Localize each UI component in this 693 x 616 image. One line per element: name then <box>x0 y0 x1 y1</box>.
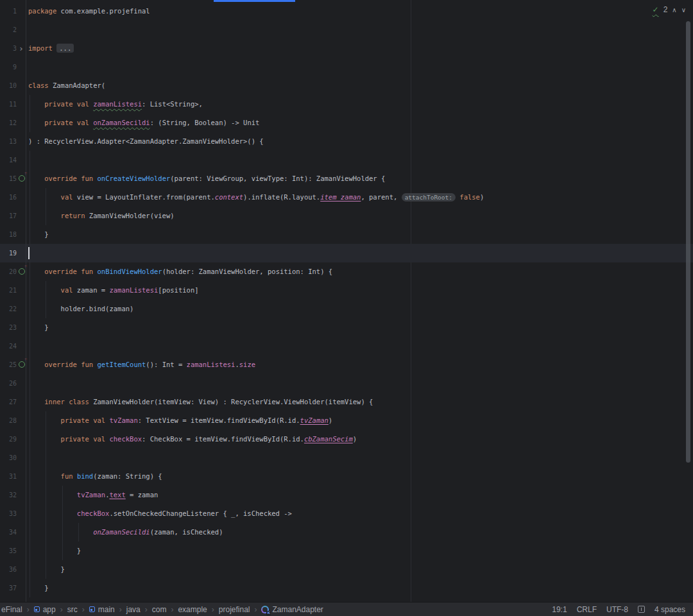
line-number[interactable]: 29 <box>0 430 17 449</box>
code-line[interactable]: 29 private val checkBox: CheckBox = item… <box>0 430 693 449</box>
indent-guide <box>46 449 46 467</box>
code-line[interactable]: 10class ZamanAdapter( <box>0 76 693 95</box>
line-number[interactable]: 12 <box>0 114 17 132</box>
line-number[interactable]: 9 <box>0 58 17 76</box>
code-line[interactable]: 34 onZamanSecildi(zaman, isChecked) <box>0 523 693 542</box>
inspections-widget[interactable]: ✓ 2 ∧ ∨ <box>653 5 686 14</box>
line-number[interactable]: 37 <box>0 579 17 597</box>
line-number[interactable]: 19 <box>0 244 17 262</box>
code-line[interactable]: 9 <box>0 58 693 76</box>
code-line[interactable]: 31 fun bind(zaman: String) { <box>0 467 693 486</box>
breadcrumb-item[interactable]: com <box>152 605 167 614</box>
line-number[interactable]: 11 <box>0 95 17 114</box>
code-line[interactable]: 36 } <box>0 560 693 579</box>
line-number[interactable]: 23 <box>0 318 17 337</box>
code-line[interactable]: 13) : RecyclerView.Adapter<ZamanAdapter.… <box>0 132 693 151</box>
next-issue-button[interactable]: ∨ <box>681 6 686 13</box>
code-token: } <box>28 565 65 573</box>
gutter-border <box>26 0 26 602</box>
code-line[interactable]: 2 <box>0 21 693 39</box>
breadcrumb-item[interactable]: KZamanAdapter <box>261 605 323 614</box>
breadcrumb-item[interactable]: projefinal <box>219 605 250 614</box>
code-line[interactable]: 21 val zaman = zamanListesi[position] <box>0 281 693 300</box>
code-text: } <box>28 542 81 560</box>
code-line[interactable]: 28 private val tvZaman: TextView = itemV… <box>0 411 693 430</box>
line-number[interactable]: 36 <box>0 560 17 579</box>
line-number[interactable]: 21 <box>0 281 17 300</box>
line-separator-indicator[interactable]: CRLF <box>577 605 597 614</box>
line-number[interactable]: 31 <box>0 467 17 486</box>
breadcrumb-item[interactable]: src <box>67 605 78 614</box>
code-line[interactable]: 12 private val onZamanSecildi: (String, … <box>0 114 693 132</box>
breadcrumb-label: com <box>152 605 167 614</box>
breadcrumb-item[interactable]: app <box>34 605 56 614</box>
breadcrumb-item[interactable]: example <box>178 605 207 614</box>
code-line[interactable]: 19 <box>0 244 693 262</box>
code-token: (zaman: String) { <box>93 472 162 480</box>
code-line[interactable]: 32 tvZaman.text = zaman <box>0 486 693 504</box>
breadcrumb-item[interactable]: java <box>126 605 141 614</box>
code-line[interactable]: 26 <box>0 374 693 393</box>
code-line[interactable]: 16 val view = LayoutInflater.from(parent… <box>0 188 693 207</box>
override-method-icon[interactable]: ↑ <box>19 175 25 182</box>
breadcrumb-item[interactable]: eFinal <box>1 605 22 614</box>
breadcrumb-separator-icon: › <box>119 605 122 614</box>
line-number[interactable]: 1 <box>0 2 17 21</box>
code-line[interactable]: 17 return ZamanViewHolder(view) <box>0 207 693 225</box>
code-line[interactable]: 3›import ... <box>0 39 693 58</box>
line-number[interactable]: 10 <box>0 76 17 95</box>
line-number[interactable]: 33 <box>0 504 17 523</box>
scrollbar-thumb[interactable] <box>686 21 690 463</box>
breadcrumb-label: src <box>67 605 78 614</box>
line-number[interactable]: 22 <box>0 300 17 318</box>
code-line[interactable]: 20↑ override fun onBindViewHolder(holder… <box>0 262 693 281</box>
file-encoding-indicator[interactable]: UTF-8 <box>606 605 628 614</box>
line-number[interactable]: 20 <box>0 262 17 281</box>
line-number[interactable]: 34 <box>0 523 17 542</box>
line-number[interactable]: 14 <box>0 151 17 169</box>
code-line[interactable]: 22 holder.bind(zaman) <box>0 300 693 318</box>
line-number[interactable]: 15 <box>0 169 17 188</box>
line-number[interactable]: 26 <box>0 374 17 393</box>
code-line[interactable]: 33 checkBox.setOnCheckedChangeListener {… <box>0 504 693 523</box>
breadcrumb-label: main <box>98 605 115 614</box>
code-line[interactable]: 11 private val zamanListesi: List<String… <box>0 95 693 114</box>
code-line[interactable]: 25↑ override fun getItemCount(): Int = z… <box>0 355 693 374</box>
breadcrumb-item[interactable]: main <box>89 605 115 614</box>
code-line[interactable]: 15↑ override fun onCreateViewHolder(pare… <box>0 169 693 188</box>
file-writable-icon[interactable] <box>638 606 645 613</box>
line-number[interactable]: 30 <box>0 449 17 467</box>
code-line[interactable]: 37 } <box>0 579 693 597</box>
code-line[interactable]: 35 } <box>0 542 693 560</box>
code-line[interactable]: 24 <box>0 337 693 355</box>
line-number[interactable]: 13 <box>0 132 17 151</box>
line-number[interactable]: 28 <box>0 411 17 430</box>
code-line[interactable]: 18 } <box>0 225 693 244</box>
code-line[interactable]: 30 <box>0 449 693 467</box>
override-method-icon[interactable]: ↑ <box>19 361 25 368</box>
line-number[interactable]: 16 <box>0 188 17 207</box>
code-line[interactable]: 14 <box>0 151 693 169</box>
code-line[interactable]: 27 inner class ZamanViewHolder(itemView:… <box>0 393 693 411</box>
line-number[interactable]: 24 <box>0 337 17 355</box>
line-number[interactable]: 27 <box>0 393 17 411</box>
code-token: inner class <box>44 398 89 406</box>
code-line[interactable]: 1package com.example.projefinal <box>0 2 693 21</box>
code-editor[interactable]: 1package com.example.projefinal23›import… <box>0 0 693 602</box>
line-number[interactable]: 3 <box>0 39 17 58</box>
line-number[interactable]: 35 <box>0 542 17 560</box>
inspections-check-icon[interactable]: ✓ <box>653 5 659 14</box>
line-number[interactable]: 18 <box>0 225 17 244</box>
previous-issue-button[interactable]: ∧ <box>672 6 676 13</box>
indent-style-indicator[interactable]: 4 spaces <box>654 605 685 614</box>
line-number[interactable]: 17 <box>0 207 17 225</box>
code-line[interactable]: 23 } <box>0 318 693 337</box>
code-token: view = LayoutInflater.from(parent. <box>73 193 215 201</box>
line-number[interactable]: 2 <box>0 21 17 39</box>
caret-position[interactable]: 19:1 <box>552 605 567 614</box>
fold-region-icon[interactable]: › <box>19 39 24 58</box>
code-token <box>28 175 44 182</box>
override-method-icon[interactable]: ↑ <box>19 268 25 275</box>
line-number[interactable]: 32 <box>0 486 17 504</box>
line-number[interactable]: 25 <box>0 355 17 374</box>
